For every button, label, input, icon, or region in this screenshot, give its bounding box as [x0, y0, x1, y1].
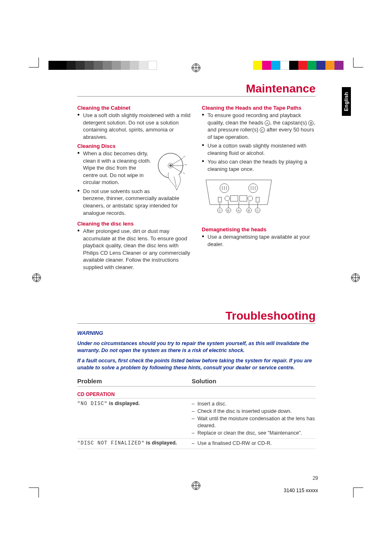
maintenance-left-column: Cleaning the Cabinet Use a soft cloth sl… [77, 102, 191, 272]
problem-code: "NO DISC" [77, 401, 108, 407]
troubleshooting-table: Problem Solution CD OPERATION "NO DISC" … [77, 378, 316, 449]
heading-cleaning-lens: Cleaning the disc lens [77, 221, 191, 227]
bullet-cabinet: Use a soft cloth slightly moistened with… [83, 112, 191, 140]
svg-point-16 [248, 196, 253, 201]
crop-mark-bl [29, 484, 43, 497]
svg-rect-17 [218, 197, 221, 202]
svg-rect-18 [256, 197, 259, 202]
svg-text:C: C [256, 209, 259, 212]
section-title-maintenance: Maintenance [77, 82, 316, 97]
heading-cleaning-heads: Cleaning the Heads and the Tape Paths [202, 105, 316, 111]
bullet-disc-solvents: Do not use solvents such as benzene, thi… [83, 188, 191, 216]
svg-text:C: C [219, 209, 221, 212]
registration-mark-left [32, 273, 41, 282]
color-bar-right [253, 61, 344, 70]
solution-item: Replace or clean the disc, see "Maintena… [191, 430, 316, 437]
label-a-icon: A [265, 120, 270, 126]
label-c-icon: C [260, 127, 265, 133]
heading-cleaning-cabinet: Cleaning the Cabinet [77, 105, 191, 111]
registration-mark-bottom [191, 481, 201, 490]
table-row: "NO DISC" is displayed. Insert a disc. C… [77, 399, 316, 438]
crop-mark-tl [29, 58, 43, 71]
bullet-disc-wipe: When a disc becomes dirty, clean it with… [83, 150, 191, 186]
heading-cleaning-discs: Cleaning Discs [77, 143, 191, 149]
registration-mark-right [351, 273, 360, 282]
solution-item: Insert a disc. [191, 401, 316, 408]
crop-mark-tr [349, 58, 363, 71]
svg-rect-14 [240, 196, 247, 201]
tape-path-figure: C B A B C [202, 176, 316, 222]
bullet-cleaning-tape: You also can clean the heads by playing … [208, 158, 316, 173]
column-header-solution: Solution [191, 378, 316, 385]
bullet-heads-quality: To ensure good recording and playback qu… [208, 112, 316, 140]
problem-suffix: is displayed. [108, 401, 140, 406]
svg-text:B: B [227, 209, 229, 212]
heading-demagnetising: Demagnetising the heads [202, 226, 316, 233]
crop-mark-br [349, 484, 363, 497]
table-row: "DISC NOT FINALIZED" is displayed. Use a… [77, 439, 316, 449]
solution-item: Check if the disc is inserted upside dow… [191, 408, 316, 415]
maintenance-right-column: Cleaning the Heads and the Tape Paths To… [202, 102, 316, 272]
group-cd-operation: CD OPERATION [77, 391, 316, 398]
bullet-lens: After prolonged use, dirt or dust may ac… [83, 228, 191, 271]
label-b-icon: B [308, 120, 314, 126]
language-tab-label: English [344, 92, 349, 111]
column-header-problem: Problem [77, 378, 191, 385]
warning-heading: WARNING [77, 329, 316, 337]
warning-block: WARNING Under no circumstances should yo… [77, 329, 316, 371]
svg-point-15 [225, 196, 230, 201]
language-tab: English [342, 87, 351, 116]
bullet-demagnetising: Use a demagnetising tape available at yo… [208, 233, 316, 248]
warning-text-1: Under no circumstances should you try to… [77, 340, 316, 354]
problem-code: "DISC NOT FINALIZED" [77, 440, 145, 446]
solution-item: Use a finalised CD-RW or CD-R. [191, 440, 316, 447]
svg-text:A: A [238, 209, 240, 212]
page-number: 29 [313, 475, 318, 481]
registration-mark-top [191, 63, 201, 72]
svg-text:B: B [248, 209, 250, 212]
bullet-cotton-swab: Use a cotton swab slightly moistened wit… [208, 142, 316, 157]
color-bar-left [48, 61, 157, 70]
document-number: 3140 115 xxxxx [284, 488, 318, 493]
section-title-troubleshooting: Troubleshooting [77, 309, 316, 324]
svg-rect-13 [231, 196, 238, 201]
warning-text-2: If a fault occurs, first check the point… [77, 357, 316, 371]
solution-item: Wait until the moisture condensation at … [191, 415, 316, 429]
problem-suffix: is displayed. [145, 440, 177, 446]
